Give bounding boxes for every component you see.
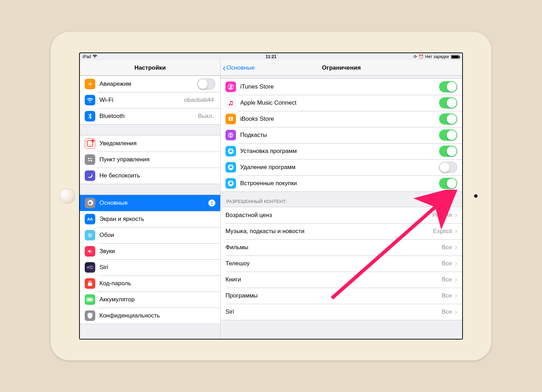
sidebar-item-airplane[interactable]: ✈ Авиарежим [80, 76, 220, 92]
bluetooth-icon [85, 111, 95, 121]
svg-rect-8 [88, 299, 91, 301]
bluetooth-status-value: Выкл. [198, 113, 214, 120]
restriction-toggle-row[interactable]: iBooks Store [221, 111, 462, 127]
restriction-label: Встроенные покупки [240, 180, 439, 187]
svg-point-10 [230, 134, 231, 135]
settings-title: Настройки [80, 60, 220, 76]
content-label: Телешоу [225, 260, 442, 267]
content-detail: Все [442, 292, 452, 299]
restriction-label: Подкасты [240, 132, 439, 139]
sidebar-item-dnd[interactable]: Не беспокоить [80, 168, 220, 184]
ipad-frame: iPad 11:21 ⟳ ⏰ Нет зарядки Настройки [50, 31, 492, 360]
content-row[interactable]: Музыка, подкасты и новостиExplicit› [221, 223, 462, 239]
content-detail: Россия [432, 212, 452, 219]
sidebar-group-main: Основные 1 AA Экран и яркость Обои [80, 195, 220, 324]
sidebar-item-notifications[interactable]: Уведомления [80, 135, 220, 152]
sidebar-item-label: Основные [99, 200, 208, 206]
battery-text: Нет зарядки [425, 54, 449, 59]
appstore-icon [225, 178, 236, 189]
sidebar-item-sounds[interactable]: Звуки [80, 243, 220, 259]
sidebar-item-label: Не беспокоить [99, 172, 215, 179]
status-time: 11:21 [80, 54, 462, 59]
sidebar-item-label: Код-пароль [99, 280, 215, 287]
chevron-right-icon: › [455, 227, 457, 235]
restriction-toggle-row[interactable]: Удаление программ [221, 159, 462, 175]
orientation-lock-icon: ⟳ [414, 54, 417, 59]
chevron-right-icon: › [455, 308, 457, 316]
sidebar-item-label: Авиарежим [99, 80, 197, 88]
camera [474, 194, 478, 198]
lock-icon [85, 278, 95, 289]
screen: iPad 11:21 ⟳ ⏰ Нет зарядки Настройки [80, 53, 462, 339]
allowed-content-header: РАЗРЕШЕННЫЙ КОНТЕНТ: [221, 192, 462, 207]
content-label: Книги [225, 276, 442, 283]
settings-sidebar: Настройки ✈ Авиарежим Wi-Fi obaobab44 [80, 60, 221, 339]
restriction-toggle-row[interactable]: Установка программ [221, 143, 462, 159]
status-left: iPad [83, 54, 97, 59]
sidebar-item-controlcenter[interactable]: Пункт управления [80, 152, 220, 168]
content-detail: Все [442, 276, 452, 283]
chevron-right-icon: › [455, 276, 457, 284]
dnd-icon [85, 170, 95, 181]
content-row[interactable]: ПрограммыВсе› [221, 288, 462, 304]
restriction-toggle[interactable] [439, 97, 457, 108]
content-row[interactable]: SiriВсе› [221, 304, 462, 320]
restriction-label: iBooks Store [240, 115, 439, 122]
home-button[interactable] [60, 188, 75, 204]
wifi-network-value: obaobab44 [184, 97, 214, 104]
restriction-toggle[interactable] [439, 81, 457, 92]
podcasts-icon [225, 130, 236, 140]
restriction-toggle-row[interactable]: iTunes Store [221, 79, 462, 95]
sidebar-item-siri[interactable]: Siri [80, 259, 220, 275]
sidebar-group-alerts: Уведомления Пункт управления Не беспокои… [80, 135, 220, 184]
detail-header: ‹ Основные Ограничения [221, 60, 462, 76]
chevron-right-icon: › [455, 244, 457, 251]
back-button[interactable]: ‹ Основные [223, 60, 255, 75]
restriction-toggle[interactable] [439, 130, 457, 141]
sidebar-item-passcode[interactable]: Код-пароль [80, 275, 220, 292]
appstore-icon [225, 146, 236, 156]
battery-row-icon [85, 294, 95, 305]
battery-icon [451, 55, 459, 59]
sidebar-item-wifi[interactable]: Wi-Fi obaobab44 [80, 92, 220, 108]
sidebar-item-label: Wi-Fi [99, 97, 184, 104]
content-row[interactable]: ФильмыВсе› [221, 239, 462, 255]
device-label: iPad [83, 54, 91, 59]
content-row[interactable]: КнигиВсе› [221, 272, 462, 288]
restriction-toggle[interactable] [439, 113, 457, 125]
restriction-toggle-row[interactable]: Встроенные покупки [221, 175, 462, 191]
ibooks-icon [225, 114, 236, 124]
sidebar-item-label: Уведомления [99, 140, 215, 147]
content-row[interactable]: ТелешоуВсе› [221, 255, 462, 272]
sidebar-item-label: Аккумулятор [99, 296, 215, 303]
restriction-toggle[interactable] [439, 162, 457, 173]
sidebar-item-general[interactable]: Основные 1 [80, 195, 220, 211]
sidebar-item-bluetooth[interactable]: Bluetooth Выкл. [80, 108, 220, 124]
restriction-toggle[interactable] [439, 146, 457, 157]
content-row[interactable]: Возрастной цензРоссия› [221, 207, 462, 223]
alarm-icon: ⏰ [418, 54, 424, 59]
chevron-right-icon: › [455, 292, 457, 300]
detail-pane: ‹ Основные Ограничения iTunes StoreApple… [221, 60, 462, 339]
detail-title: Ограничения [322, 64, 361, 71]
sidebar-item-label: Звуки [99, 248, 215, 255]
svg-point-2 [91, 160, 92, 161]
restriction-toggle-row[interactable]: Подкасты [221, 127, 462, 143]
wallpaper-icon [85, 230, 95, 240]
sidebar-item-label: Конфиденциальность [99, 312, 215, 319]
sidebar-item-display[interactable]: AA Экран и яркость [80, 211, 220, 227]
sidebar-item-battery[interactable]: Аккумулятор [80, 292, 220, 308]
restriction-label: iTunes Store [240, 83, 439, 90]
restriction-toggle-row[interactable]: Apple Music Connect [221, 95, 462, 111]
airplane-toggle[interactable] [197, 78, 215, 90]
restriction-toggle[interactable] [439, 178, 457, 189]
sidebar-item-privacy[interactable]: Конфиденциальность [80, 308, 220, 324]
music-icon [225, 98, 236, 108]
content-label: Возрастной ценз [225, 212, 432, 219]
update-badge: 1 [208, 200, 215, 206]
appstore-icon [225, 162, 236, 173]
display-icon: AA [85, 214, 95, 224]
gear-icon [85, 198, 95, 208]
sidebar-item-wallpaper[interactable]: Обои [80, 227, 220, 243]
svg-rect-3 [88, 160, 90, 161]
